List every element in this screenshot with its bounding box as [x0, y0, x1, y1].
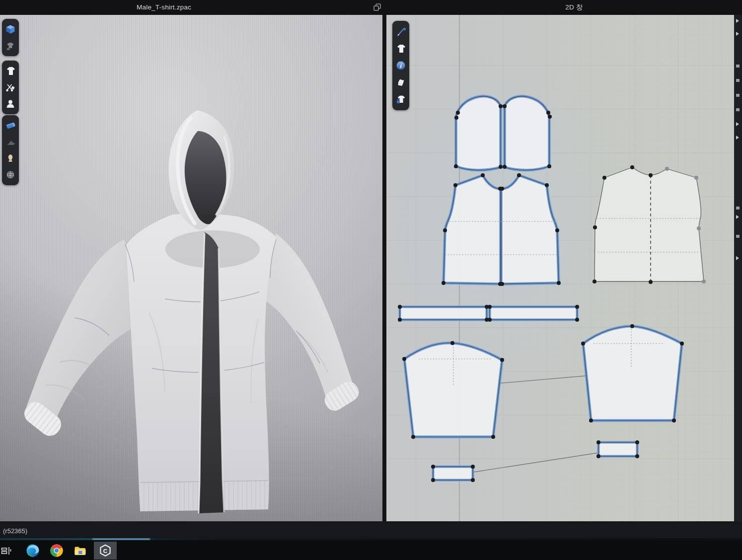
- fabric-roll-icon[interactable]: [4, 119, 17, 132]
- pattern-piece-waistband-right[interactable]: [490, 307, 577, 320]
- panel-expand-icon[interactable]: [736, 32, 739, 36]
- pen-tool-icon[interactable]: [394, 25, 407, 38]
- tshirt-icon[interactable]: [4, 65, 17, 77]
- left-toolbar-group-2: [2, 61, 19, 114]
- pattern-piece-front-bodice[interactable]: [444, 175, 559, 284]
- panel-expand-icon[interactable]: [736, 215, 739, 219]
- 2d-window-title: 2D 창: [386, 0, 742, 15]
- fabric-piece-icon[interactable]: [394, 76, 407, 89]
- panel-expand-icon[interactable]: [736, 122, 739, 126]
- version-text: (r52365): [0, 527, 27, 535]
- left-toolbar-group-3: [2, 115, 19, 185]
- pattern-piece-hood-left[interactable]: [456, 96, 501, 170]
- panel-tab-icon[interactable]: [736, 65, 740, 68]
- pattern-piece-sleeve-right[interactable]: [583, 326, 682, 420]
- pinned-app-icon[interactable]: [0, 542, 16, 560]
- pattern-piece-waistband-left[interactable]: [400, 307, 487, 320]
- svg-text:C: C: [103, 548, 107, 554]
- statusbar: (r52365): [0, 521, 742, 540]
- panel-tab-icon[interactable]: [736, 79, 740, 82]
- shoe-icon[interactable]: [4, 136, 17, 148]
- left-toolbar-group-1: [2, 19, 19, 56]
- titlebar: Male_T-shirt.zpac 2D 창: [0, 0, 742, 15]
- panel-expand-icon[interactable]: [736, 256, 739, 260]
- panel-tab-icon[interactable]: [736, 235, 740, 238]
- 2d-pattern-window[interactable]: i: [386, 15, 734, 521]
- garment-pieces-icon[interactable]: [4, 39, 17, 52]
- panel-expand-icon[interactable]: [736, 136, 739, 140]
- 2d-toolbar: i: [392, 21, 409, 110]
- clo-app-window: Male_T-shirt.zpac 2D 창: [0, 0, 742, 560]
- panel-tab-icon[interactable]: [736, 207, 740, 210]
- info-icon[interactable]: i: [394, 59, 407, 72]
- chrome-icon[interactable]: [46, 542, 68, 560]
- sewing-kit-icon[interactable]: [4, 81, 17, 94]
- panel-tab-icon[interactable]: [736, 108, 740, 111]
- pattern-piece-sleeve-left[interactable]: [404, 343, 502, 437]
- pattern-piece-cuff-left[interactable]: [433, 467, 473, 480]
- globe-icon[interactable]: [4, 168, 17, 181]
- float-window-icon[interactable]: [372, 3, 382, 12]
- collapsed-panel-strip[interactable]: [734, 15, 742, 521]
- pattern-piece-cuff-right[interactable]: [598, 442, 637, 456]
- clo-icon[interactable]: C: [94, 542, 117, 560]
- edge-icon[interactable]: [22, 542, 44, 560]
- file-explorer-icon[interactable]: [69, 542, 91, 560]
- avatar-icon[interactable]: [4, 97, 17, 110]
- panel-expand-icon[interactable]: [736, 19, 739, 23]
- pattern-piece-hood-right[interactable]: [505, 96, 549, 170]
- pattern-piece-back-bodice[interactable]: [594, 167, 704, 282]
- svg-text:i: i: [400, 62, 402, 70]
- 3d-garment-hoodie[interactable]: [0, 15, 382, 521]
- garment-lock-icon[interactable]: [394, 93, 407, 106]
- cube-3d-icon[interactable]: [4, 23, 17, 36]
- 3d-viewport[interactable]: [0, 15, 382, 521]
- windows-taskbar: C: [0, 540, 742, 560]
- tshirt-icon[interactable]: [394, 42, 407, 55]
- panel-tab-icon[interactable]: [736, 94, 740, 97]
- 3d-window-title: Male_T-shirt.zpac: [0, 0, 328, 15]
- 2d-pattern-canvas[interactable]: [386, 15, 734, 521]
- mannequin-head-icon[interactable]: [4, 152, 17, 165]
